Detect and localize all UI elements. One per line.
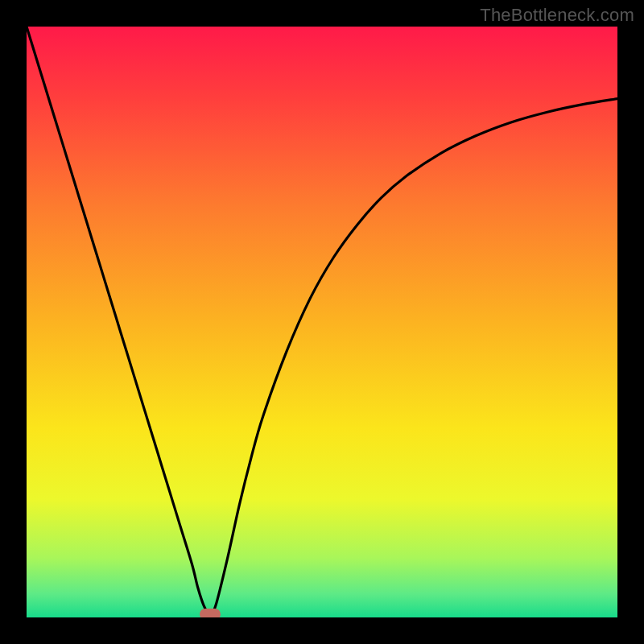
chart-frame: TheBottleneck.com — [0, 0, 644, 644]
plot-area — [27, 27, 617, 617]
trough-marker-icon — [200, 609, 221, 617]
watermark-text: TheBottleneck.com — [480, 5, 634, 26]
gradient-background — [27, 27, 617, 617]
chart-svg — [27, 27, 617, 617]
